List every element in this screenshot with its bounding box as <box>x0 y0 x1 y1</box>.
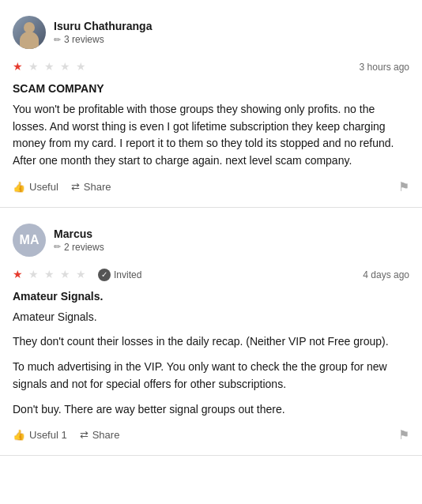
star-empty: ★ <box>60 268 74 282</box>
star-empty: ★ <box>76 60 90 74</box>
reviewer-info: Isuru Chathuranga ✏ 3 reviews <box>54 20 152 45</box>
review-count-label: 2 reviews <box>64 242 104 253</box>
invited-label: Invited <box>114 269 141 280</box>
review-actions: 👍 Useful 1 ⇄ Share ⚑ <box>13 427 409 442</box>
pencil-icon: ✏ <box>54 35 61 45</box>
share-button[interactable]: ⇄ Share <box>80 429 120 441</box>
flag-button[interactable]: ⚑ <box>398 179 409 194</box>
star-empty: ★ <box>28 268 43 282</box>
useful-label: Useful 1 <box>29 429 67 441</box>
review-actions: 👍 Useful ⇄ Share ⚑ <box>13 179 409 194</box>
thumbsup-icon: 👍 <box>13 181 25 193</box>
avatar: MA <box>13 224 46 257</box>
share-label: Share <box>92 429 120 441</box>
review-card: MA Marcus ✏ 2 reviews ★★★★★ ✓ Invited 4 … <box>0 208 422 456</box>
review-title: SCAM COMPANY <box>13 82 409 95</box>
star-filled: ★ <box>13 268 27 282</box>
review-body-text: They don't count their losses in the dai… <box>13 333 409 351</box>
flag-button[interactable]: ⚑ <box>398 427 409 442</box>
review-body-text: Amateur Signals. <box>13 309 409 326</box>
review-body: You won't be profitable with those group… <box>13 101 409 170</box>
reviewer-review-count: ✏ 3 reviews <box>54 34 152 45</box>
review-body-text: To much advertising in the VIP. You only… <box>13 359 409 393</box>
review-body-text: Don't buy. There are way better signal g… <box>13 401 409 419</box>
review-body-text: You won't be profitable with those group… <box>13 101 409 170</box>
reviewer-info: Marcus ✏ 2 reviews <box>54 228 104 253</box>
reviewer-header: Isuru Chathuranga ✏ 3 reviews <box>13 16 409 49</box>
share-icon: ⇄ <box>71 181 80 193</box>
star-empty: ★ <box>44 268 58 282</box>
star-rating: ★★★★★ <box>13 60 90 74</box>
review-count-label: 3 reviews <box>64 34 104 45</box>
thumbsup-icon: 👍 <box>13 429 25 441</box>
invited-check-icon: ✓ <box>98 269 111 281</box>
star-filled: ★ <box>13 60 27 74</box>
useful-label: Useful <box>29 181 58 193</box>
useful-button[interactable]: 👍 Useful 1 <box>13 429 67 441</box>
flag-icon: ⚑ <box>398 428 409 442</box>
star-rating: ★★★★★ <box>13 268 90 282</box>
useful-button[interactable]: 👍 Useful <box>13 181 58 193</box>
star-empty: ★ <box>60 60 74 74</box>
share-label: Share <box>84 181 111 193</box>
review-card: Isuru Chathuranga ✏ 3 reviews ★★★★★ 3 ho… <box>0 0 422 208</box>
star-empty: ★ <box>76 268 90 282</box>
avatar <box>13 16 46 49</box>
reviewer-header: MA Marcus ✏ 2 reviews <box>13 224 409 257</box>
invited-badge: ✓ Invited <box>98 269 141 281</box>
review-actions-left: 👍 Useful ⇄ Share <box>13 181 111 193</box>
flag-icon: ⚑ <box>398 180 409 194</box>
reviewer-name: Marcus <box>54 228 104 240</box>
review-meta: ★★★★★ 3 hours ago <box>13 60 409 74</box>
share-button[interactable]: ⇄ Share <box>71 181 111 193</box>
review-actions-left: 👍 Useful 1 ⇄ Share <box>13 429 119 441</box>
star-empty: ★ <box>28 60 43 74</box>
review-time: 4 days ago <box>363 269 409 280</box>
pencil-icon: ✏ <box>54 242 61 252</box>
reviewer-review-count: ✏ 2 reviews <box>54 242 104 253</box>
review-title: Amateur Signals. <box>13 290 409 303</box>
share-icon: ⇄ <box>80 429 89 441</box>
review-body: Amateur Signals.They don't count their l… <box>13 309 409 418</box>
review-meta: ★★★★★ ✓ Invited 4 days ago <box>13 268 409 282</box>
reviewer-name: Isuru Chathuranga <box>54 20 152 32</box>
star-empty: ★ <box>44 60 58 74</box>
review-time: 3 hours ago <box>360 62 409 73</box>
